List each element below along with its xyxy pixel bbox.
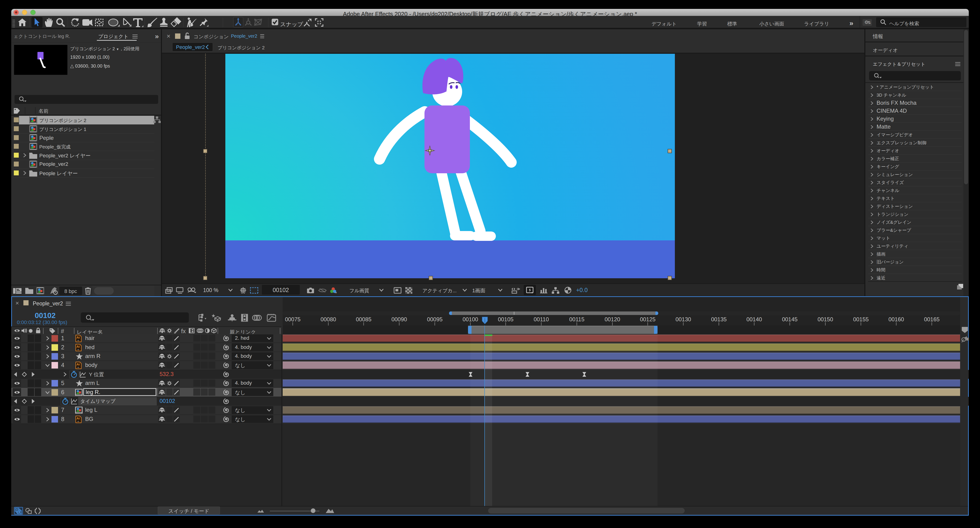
svg-text:AI: AI xyxy=(77,349,80,351)
svg-text:AI: AI xyxy=(77,339,80,342)
svg-text:AI: AI xyxy=(77,420,80,423)
svg-text:Ai: Ai xyxy=(76,362,80,366)
svg-text:Ai: Ai xyxy=(76,345,80,349)
svg-text:Ai: Ai xyxy=(76,336,80,339)
svg-text:⇅: ⇅ xyxy=(868,21,871,25)
svg-text:Ai: Ai xyxy=(76,417,80,420)
svg-text:AI: AI xyxy=(77,366,80,368)
